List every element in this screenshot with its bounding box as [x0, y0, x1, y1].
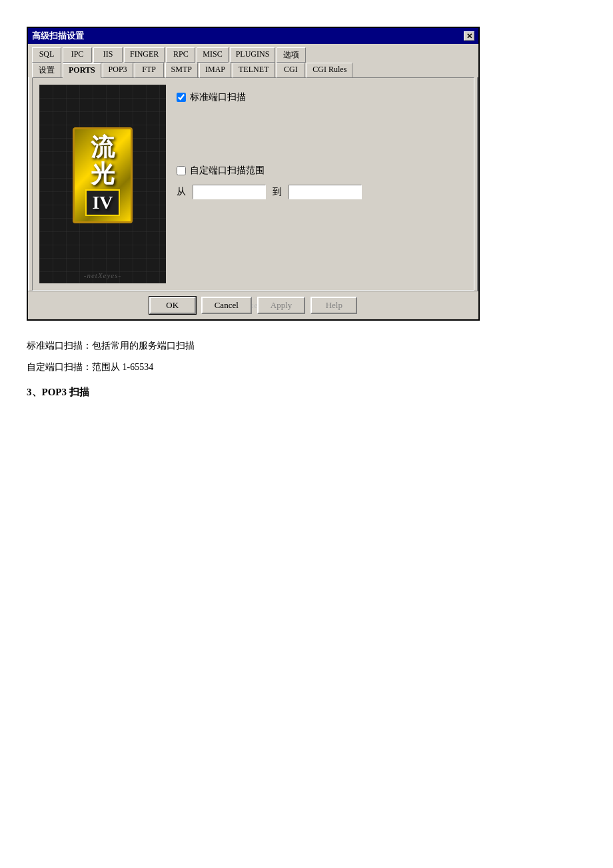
- to-label: 到: [273, 186, 282, 198]
- tab-row-1: SQL IPC IIS FINGER RPC MISC PLUGINS 选项: [32, 47, 474, 62]
- logo-badge: 流 光 IV: [73, 127, 132, 223]
- standard-port-scan-label: 标准端口扫描: [190, 91, 246, 103]
- custom-port-scan-label: 自定端口扫描范围: [190, 165, 265, 177]
- close-button[interactable]: ✕: [464, 31, 474, 41]
- button-row-watermark: www.netxeyes.com: [28, 291, 478, 319]
- spacer: [177, 114, 467, 154]
- logo-text-line2: 光: [85, 161, 119, 188]
- tab-finger[interactable]: FINGER: [124, 47, 165, 63]
- from-label: 从: [177, 186, 186, 198]
- tab-telnet[interactable]: TELNET: [233, 63, 275, 78]
- custom-port-scan-row: 自定端口扫描范围: [177, 165, 467, 177]
- tab-ftp[interactable]: FTP: [135, 63, 164, 78]
- tab-rpc[interactable]: RPC: [166, 47, 195, 63]
- tabs-area-row1: SQL IPC IIS FINGER RPC MISC PLUGINS 选项 设…: [28, 44, 478, 77]
- range-inputs-row: 从 到: [177, 185, 467, 199]
- apply-button[interactable]: Apply: [257, 297, 306, 314]
- desc-line-1: 标准端口扫描：包括常用的服务端口扫描: [27, 337, 195, 355]
- tab-options[interactable]: 选项: [277, 47, 306, 63]
- custom-port-scan-checkbox[interactable]: [177, 166, 186, 175]
- tab-ipc[interactable]: IPC: [63, 47, 92, 63]
- tab-smtp[interactable]: SMTP: [165, 63, 198, 78]
- description-text: 标准端口扫描：包括常用的服务端口扫描 自定端口扫描：范围从 1-65534 3、…: [27, 337, 195, 402]
- page-container: 高级扫描设置 ✕ SQL IPC IIS FINGER RPC MISC PLU…: [27, 27, 586, 402]
- cancel-button[interactable]: Cancel: [201, 297, 252, 314]
- standard-port-scan-checkbox[interactable]: [177, 93, 186, 102]
- button-row: www.netxeyes.com OK Cancel Apply Help: [28, 291, 478, 319]
- tab-cgi[interactable]: CGI: [276, 63, 305, 78]
- tab-imap[interactable]: IMAP: [199, 63, 231, 78]
- desc-heading-3: 3、POP3 扫描: [27, 382, 195, 402]
- tab-ports[interactable]: PORTS: [63, 63, 101, 78]
- dialog-title: 高级扫描设置: [32, 30, 84, 42]
- standard-port-scan-row: 标准端口扫描: [177, 91, 467, 103]
- tab-plugins[interactable]: PLUGINS: [230, 47, 276, 63]
- to-input[interactable]: [289, 185, 362, 199]
- logo-text-iv: IV: [85, 189, 119, 216]
- content-area: 流 光 IV -netXeyes- 标准端口扫描: [32, 77, 474, 291]
- logo-text-line1: 流: [85, 135, 119, 161]
- custom-range-section: 自定端口扫描范围 从 到: [177, 165, 467, 199]
- tab-settings[interactable]: 设置: [32, 63, 61, 78]
- tab-cgi-rules[interactable]: CGI Rules: [306, 63, 352, 78]
- dialog-window: 高级扫描设置 ✕ SQL IPC IIS FINGER RPC MISC PLU…: [27, 27, 480, 321]
- tab-misc[interactable]: MISC: [197, 47, 228, 63]
- title-bar: 高级扫描设置 ✕: [28, 28, 478, 44]
- desc-line-2: 自定端口扫描：范围从 1-65534: [27, 358, 195, 377]
- left-logo-panel: 流 光 IV -netXeyes-: [39, 85, 166, 283]
- logo-area: 流 光 IV: [73, 85, 132, 271]
- ok-button[interactable]: OK: [149, 297, 196, 314]
- tab-iis[interactable]: IIS: [93, 47, 123, 63]
- from-input[interactable]: [193, 185, 266, 199]
- help-button[interactable]: Help: [310, 297, 357, 314]
- tab-row-2: 设置 PORTS POP3 FTP SMTP IMAP TELNET CGI C…: [32, 62, 474, 77]
- right-panel: 标准端口扫描 自定端口扫描范围 从 到: [177, 85, 467, 283]
- tab-pop3[interactable]: POP3: [103, 63, 133, 78]
- tab-sql[interactable]: SQL: [32, 47, 61, 63]
